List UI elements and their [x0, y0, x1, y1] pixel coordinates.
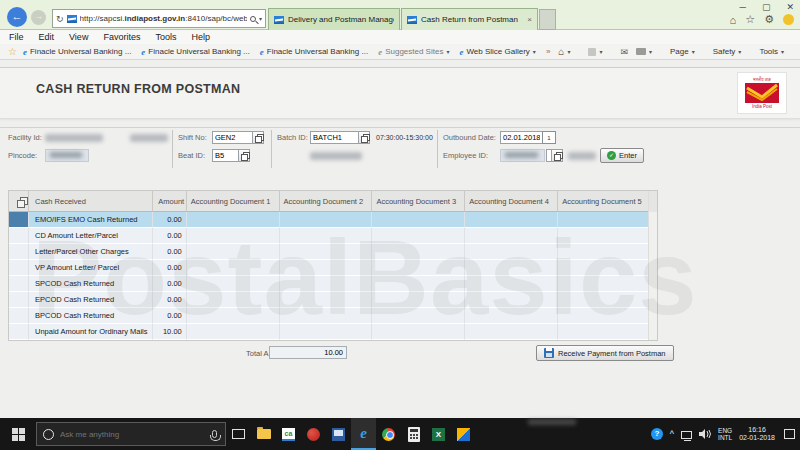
accounting-cell[interactable]: [280, 228, 373, 244]
close-button[interactable]: ✕: [786, 2, 794, 12]
column-header[interactable]: Cash Received: [29, 191, 153, 212]
overflow-chevrons-icon[interactable]: »: [546, 47, 550, 56]
value-help-icon[interactable]: [252, 131, 264, 144]
accounting-cell[interactable]: [280, 260, 373, 276]
language-indicator[interactable]: ENGINTL: [718, 427, 732, 441]
table-row[interactable]: Unpaid Amount for Ordinary Mails 10.00: [9, 324, 648, 340]
value-help-icon[interactable]: [551, 149, 563, 162]
accounting-cell[interactable]: [372, 308, 465, 324]
menu-favorites[interactable]: Favorites: [103, 32, 140, 42]
excel-button[interactable]: X: [426, 418, 451, 450]
internet-explorer-button[interactable]: e: [351, 418, 376, 450]
tab-close-icon[interactable]: ×: [527, 15, 532, 24]
row-amount[interactable]: 0.00: [153, 292, 187, 308]
employee-id-value-redacted[interactable]: [500, 149, 545, 162]
accounting-cell[interactable]: [465, 276, 558, 292]
accounting-cell[interactable]: [372, 292, 465, 308]
accounting-cell[interactable]: [465, 228, 558, 244]
add-favorite-star-icon[interactable]: ☆: [8, 46, 17, 57]
accounting-cell[interactable]: [280, 324, 373, 340]
safety-menu-button[interactable]: Safety▾: [713, 47, 742, 56]
maximize-button[interactable]: ▢: [762, 2, 771, 12]
accounting-cell[interactable]: [558, 276, 648, 292]
shift-no-input[interactable]: [212, 131, 252, 144]
accounting-cell[interactable]: [558, 324, 648, 340]
flag-app-button[interactable]: [451, 418, 476, 450]
accounting-cell[interactable]: [558, 228, 648, 244]
tools-menu-button[interactable]: Tools▾: [759, 47, 784, 56]
home-toolbar-button[interactable]: ⌂▾: [558, 46, 570, 57]
favorite-web-slice-gallery[interactable]: eWeb Slice Gallery▾: [459, 47, 535, 57]
row-select-cell[interactable]: [9, 260, 29, 276]
table-row[interactable]: SPCOD Cash Returned 0.00: [9, 276, 648, 292]
settings-gear-icon[interactable]: ⚙: [764, 13, 774, 26]
table-row[interactable]: EPCOD Cash Returned 0.00: [9, 292, 648, 308]
favorite-finacle-2[interactable]: eFinacle Universal Banking ...: [141, 47, 249, 57]
row-amount[interactable]: 0.00: [153, 276, 187, 292]
pincode-value-redacted[interactable]: [45, 149, 89, 162]
row-select-cell[interactable]: [9, 324, 29, 340]
batch-id-input[interactable]: [310, 131, 358, 144]
accounting-cell[interactable]: [372, 260, 465, 276]
accounting-cell[interactable]: [187, 292, 280, 308]
row-amount[interactable]: 0.00: [153, 308, 187, 324]
column-header[interactable]: Amount: [153, 191, 187, 212]
accounting-cell[interactable]: [465, 308, 558, 324]
accounting-cell[interactable]: [187, 228, 280, 244]
select-all-header-cell[interactable]: [9, 191, 29, 212]
accounting-cell[interactable]: [187, 308, 280, 324]
total-amount-input[interactable]: [269, 346, 347, 359]
accounting-cell[interactable]: [372, 244, 465, 260]
file-explorer-button[interactable]: [251, 418, 276, 450]
beat-id-input[interactable]: [212, 149, 238, 162]
favorites-star-icon[interactable]: ☆: [745, 13, 755, 26]
accounting-cell[interactable]: [465, 324, 558, 340]
table-row[interactable]: CD Amount Letter/Parcel 0.00: [9, 228, 648, 244]
accounting-cell[interactable]: [187, 324, 280, 340]
blue-doc-app-button[interactable]: [326, 418, 351, 450]
column-header[interactable]: Accounting Document 5: [558, 191, 648, 212]
table-row[interactable]: EMO/IFS EMO Cash Returned 0.00: [9, 212, 648, 228]
accounting-cell[interactable]: [465, 260, 558, 276]
table-row[interactable]: Letter/Parcel Other Charges 0.00: [9, 244, 648, 260]
accounting-cell[interactable]: [187, 212, 280, 228]
refresh-icon[interactable]: ↻: [56, 14, 64, 24]
row-amount[interactable]: 0.00: [153, 260, 187, 276]
menu-file[interactable]: File: [9, 32, 24, 42]
favorite-finacle-3[interactable]: eFinacle Universal Banking ...: [260, 47, 368, 57]
menu-view[interactable]: View: [69, 32, 88, 42]
accounting-cell[interactable]: [280, 244, 373, 260]
accounting-cell[interactable]: [558, 308, 648, 324]
accounting-cell[interactable]: [372, 276, 465, 292]
outbound-date-input[interactable]: [500, 131, 542, 144]
tab-delivery-postman[interactable]: Delivery and Postman Manage...: [268, 8, 400, 30]
ca-app-button[interactable]: ca: [276, 418, 301, 450]
row-amount[interactable]: 0.00: [153, 212, 187, 228]
row-select-cell[interactable]: [9, 308, 29, 324]
action-center-icon[interactable]: [784, 429, 795, 439]
accounting-cell[interactable]: [280, 292, 373, 308]
new-tab-stub[interactable]: [539, 9, 556, 30]
row-amount[interactable]: 0.00: [153, 244, 187, 260]
calculator-button[interactable]: [401, 418, 426, 450]
row-amount[interactable]: 10.00: [153, 324, 187, 340]
calendar-icon[interactable]: 1: [542, 131, 556, 144]
accounting-cell[interactable]: [280, 212, 373, 228]
row-select-cell[interactable]: [9, 276, 29, 292]
search-icon[interactable]: [250, 16, 256, 22]
tab-cash-return[interactable]: Cash Return from Postman ×: [401, 8, 538, 30]
accounting-cell[interactable]: [280, 308, 373, 324]
accounting-cell[interactable]: [187, 276, 280, 292]
accounting-cell[interactable]: [465, 212, 558, 228]
taskbar-clock[interactable]: 16:1602-01-2018: [739, 426, 775, 442]
chrome-button[interactable]: [376, 418, 401, 450]
table-row[interactable]: BPCOD Cash Returned 0.00: [9, 308, 648, 324]
network-icon[interactable]: [681, 431, 692, 439]
column-header[interactable]: Accounting Document 3: [372, 191, 465, 212]
row-amount[interactable]: 0.00: [153, 228, 187, 244]
speaker-icon[interactable]: [699, 429, 711, 439]
menu-tools[interactable]: Tools: [155, 32, 176, 42]
accounting-cell[interactable]: [187, 260, 280, 276]
column-header[interactable]: Accounting Document 4: [465, 191, 558, 212]
microphone-icon[interactable]: [212, 430, 217, 438]
